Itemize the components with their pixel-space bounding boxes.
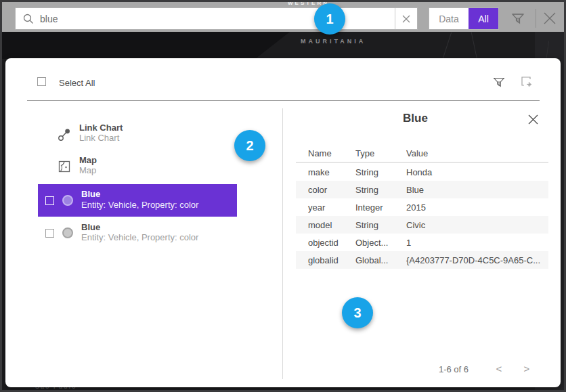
cell-name: year	[308, 202, 355, 213]
cell-name: make	[308, 167, 355, 177]
result-title: Blue	[81, 189, 100, 199]
map-dark-region	[2, 32, 290, 59]
search-filter-button[interactable]	[510, 11, 525, 28]
scope-all-button[interactable]: All	[469, 8, 498, 29]
cell-value: 2015	[406, 202, 548, 213]
callout-step-2: 2	[234, 130, 265, 161]
entity-dot-icon	[62, 227, 73, 238]
scope-toggle: Data All	[429, 7, 499, 30]
cell-value: {A4203777-D70D-4C5C-9A65-C...	[406, 255, 548, 265]
result-subtitle: Link Chart	[79, 133, 123, 143]
close-x-icon	[527, 114, 539, 125]
search-input[interactable]: blue	[15, 7, 418, 30]
cell-type: String	[355, 185, 406, 195]
cell-name: color	[308, 185, 355, 195]
cell-value: Blue	[406, 185, 548, 195]
cell-value: Civic	[406, 220, 548, 230]
cell-value: 1	[406, 238, 548, 248]
map-boundary-line	[443, 32, 452, 58]
cell-type: Integer	[355, 202, 406, 213]
result-subtitle: Entity: Vehicle, Property: color	[81, 200, 198, 210]
result-checkbox[interactable]	[45, 196, 54, 205]
close-x-icon	[542, 11, 557, 26]
column-header-value: Value	[406, 148, 548, 158]
search-query-text: blue	[40, 14, 58, 24]
column-header-name: Name	[308, 148, 355, 158]
cell-type: Global...	[355, 255, 406, 265]
table-row: make String Honda	[296, 163, 548, 181]
cell-type: String	[355, 167, 406, 177]
link-chart-icon	[58, 127, 71, 145]
app-window: MAURITANIA São Paulo WESTERN blue Data A…	[0, 0, 566, 392]
cell-type: Object...	[355, 238, 406, 248]
result-item-map[interactable]: Map Map	[79, 155, 97, 175]
list-detail-divider	[282, 108, 283, 379]
result-title: Link Chart	[79, 123, 123, 133]
table-row: year Integer 2015	[296, 198, 548, 216]
cell-name: model	[308, 220, 355, 230]
select-all-label: Select All	[59, 78, 95, 88]
cell-type: String	[355, 220, 406, 230]
result-item-link-chart[interactable]: Link Chart Link Chart	[79, 123, 123, 143]
detail-table: make String Honda color String Blue year…	[296, 163, 548, 269]
table-row: globalid Global... {A4203777-D70D-4C5C-9…	[296, 251, 548, 269]
clear-search-button[interactable]	[395, 8, 417, 29]
map-label-mauritania: MAURITANIA	[301, 38, 366, 45]
pagination-prev-button[interactable]: <	[492, 363, 506, 374]
result-checkbox[interactable]	[45, 229, 54, 238]
table-row: objectid Object... 1	[296, 234, 548, 251]
add-to-selection-button[interactable]	[520, 75, 534, 91]
scope-data-button[interactable]: Data	[429, 8, 469, 29]
result-item-blue[interactable]: Blue Entity: Vehicle, Property: color	[81, 222, 198, 242]
result-title: Blue	[81, 222, 198, 232]
cell-name: objectid	[308, 238, 355, 248]
table-row: color String Blue	[296, 181, 548, 198]
entity-dot-icon	[62, 195, 73, 206]
pagination-next-button[interactable]: >	[520, 363, 534, 374]
clear-x-icon	[402, 15, 410, 23]
close-detail-button[interactable]	[527, 114, 539, 128]
search-icon	[22, 13, 35, 25]
detail-table-header: Name Type Value	[296, 145, 548, 162]
callout-step-1: 1	[314, 3, 345, 35]
result-title: Map	[79, 155, 97, 165]
callout-step-3: 3	[342, 297, 373, 328]
add-selection-icon	[520, 75, 534, 89]
pagination-range: 1-6 of 6	[433, 364, 474, 374]
select-all-checkbox[interactable]	[37, 77, 46, 86]
map-boundary-line	[471, 32, 478, 60]
result-subtitle: Entity: Vehicle, Property: color	[81, 232, 198, 242]
result-subtitle: Map	[79, 165, 97, 175]
column-header-type: Type	[355, 148, 406, 158]
toolbar-divider	[536, 9, 536, 28]
results-filter-button[interactable]	[492, 75, 506, 91]
detail-title: Blue	[282, 112, 548, 125]
panel-divider	[27, 100, 540, 101]
filter-funnel-icon	[510, 11, 525, 26]
cell-name: globalid	[308, 255, 355, 265]
table-row: model String Civic	[296, 216, 548, 234]
cell-value: Honda	[406, 167, 548, 177]
map-icon	[58, 160, 70, 175]
filter-funnel-icon	[492, 75, 506, 89]
close-search-button[interactable]	[542, 11, 557, 28]
